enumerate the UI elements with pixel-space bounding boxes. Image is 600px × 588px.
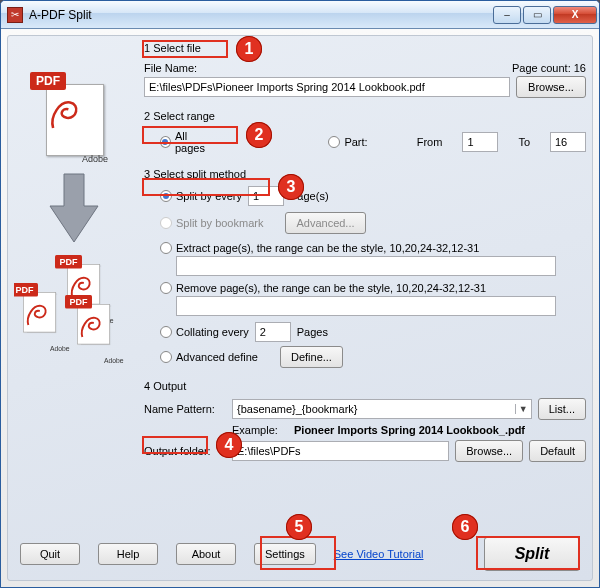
footer: Quit Help About Settings See Video Tutor… [12, 532, 588, 576]
radio-extract[interactable]: Extract page(s), the range can be the st… [160, 242, 479, 254]
app-icon [7, 7, 23, 23]
main-content: 1 Select file File Name: Page count: 16 … [144, 40, 586, 530]
page-count: Page count: 16 [512, 62, 586, 74]
browse-output-button[interactable]: Browse... [455, 440, 523, 462]
radio-advanced-define[interactable]: Advanced define [160, 351, 258, 363]
radio-collating[interactable]: Collating every [160, 326, 249, 338]
file-name-input[interactable] [144, 77, 510, 97]
split-button[interactable]: Split [484, 537, 580, 571]
adobe-label: Adobe [82, 154, 108, 164]
step4-heading: 4 Output [144, 378, 586, 394]
radio-dot-icon [160, 326, 172, 338]
pages-suffix: Page(s) [290, 190, 329, 202]
radio-dot-icon [160, 242, 172, 254]
radio-dot-icon [328, 136, 340, 148]
remove-input[interactable] [176, 296, 556, 316]
window-title: A-PDF Split [29, 8, 491, 22]
from-input[interactable] [462, 132, 498, 152]
step3-heading: 3 Select split method [144, 166, 586, 182]
settings-button[interactable]: Settings [254, 543, 316, 565]
radio-remove[interactable]: Remove page(s), the range can be the sty… [160, 282, 486, 294]
radio-dot-icon [160, 217, 172, 229]
to-input[interactable] [550, 132, 586, 152]
tutorial-link[interactable]: See Video Tutorial [334, 548, 424, 560]
step1-heading: 1 Select file [144, 40, 586, 56]
output-folder-label: Output folder: [144, 445, 226, 457]
pdf-source-icon: PDF Adobe [34, 76, 114, 166]
sidebar-graphic: PDF Adobe PDF Adobe PDF [14, 46, 134, 530]
radio-dot-icon [160, 190, 172, 202]
browse-file-button[interactable]: Browse... [516, 76, 586, 98]
radio-dot-icon [160, 351, 172, 363]
name-pattern-label: Name Pattern: [144, 403, 226, 415]
step2-heading: 2 Select range [144, 108, 586, 124]
to-label: To [518, 136, 530, 148]
help-button[interactable]: Help [98, 543, 158, 565]
close-button[interactable]: X [553, 6, 597, 24]
define-button[interactable]: Define... [280, 346, 343, 368]
pdf-output-icon: PDF Adobe PDF Adobe PDF Adobe [14, 252, 134, 372]
arrow-down-icon [48, 172, 100, 246]
minimize-button[interactable]: – [493, 6, 521, 24]
file-name-label: File Name: [144, 62, 197, 74]
pdf-badge: PDF [30, 72, 66, 90]
quit-button[interactable]: Quit [20, 543, 80, 565]
list-button[interactable]: List... [538, 398, 586, 420]
radio-split-every[interactable]: Split by every [160, 190, 242, 202]
radio-part[interactable]: Part: [328, 136, 367, 148]
client-area: PDF Adobe PDF Adobe PDF [7, 35, 593, 581]
titlebar[interactable]: A-PDF Split – ▭ X [1, 1, 599, 29]
about-button[interactable]: About [176, 543, 236, 565]
chevron-down-icon: ▼ [515, 404, 531, 414]
name-pattern-dropdown[interactable]: {basename}_{bookmark} ▼ [232, 399, 532, 419]
collating-input[interactable] [255, 322, 291, 342]
from-label: From [417, 136, 443, 148]
default-button[interactable]: Default [529, 440, 586, 462]
advanced-bookmark-button: Advanced... [285, 212, 365, 234]
example-value: Pioneer Imports Spring 2014 Lookbook_.pd… [294, 424, 525, 436]
app-window: A-PDF Split – ▭ X PDF Adobe [0, 0, 600, 588]
radio-split-bookmark: Split by bookmark [160, 217, 263, 229]
split-every-input[interactable] [248, 186, 284, 206]
radio-dot-icon [160, 282, 172, 294]
maximize-button[interactable]: ▭ [523, 6, 551, 24]
extract-input[interactable] [176, 256, 556, 276]
radio-all-pages[interactable]: All pages [160, 130, 216, 154]
example-label: Example: [232, 424, 288, 436]
output-folder-input[interactable] [232, 441, 449, 461]
radio-dot-icon [160, 136, 171, 148]
